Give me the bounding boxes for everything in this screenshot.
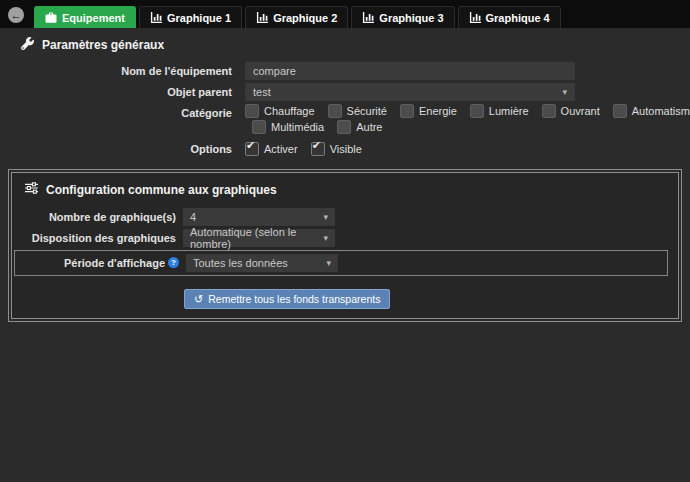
graph-layout-select[interactable]: Automatique (selon le nombre) ▾ (183, 229, 335, 247)
checkbox-icon: ✔ (252, 120, 266, 134)
options-label: Options (0, 140, 245, 158)
tabs: Equipement Graphique 1 Graphique 2 Graph… (34, 6, 561, 28)
sliders-icon (25, 182, 38, 197)
checkbox-label: Ouvrant (561, 105, 600, 117)
tab-label: Graphique 3 (379, 12, 443, 24)
category-checkbox-chauffage[interactable]: ✔ Chauffage (245, 104, 315, 118)
chevron-down-icon: ▾ (562, 88, 567, 97)
checkbox-icon: ✔ (470, 104, 484, 118)
category-checkbox-ouvrant[interactable]: ✔ Ouvrant (542, 104, 600, 118)
checkbox-icon: ✔ (311, 142, 325, 156)
options-checkboxes: ✔ Activer ✔ Visible (245, 142, 362, 156)
checkbox-label: Visible (330, 143, 362, 155)
tab-label: Graphique 2 (273, 12, 337, 24)
chart-icon (362, 12, 374, 23)
section-title-text: Paramètres généraux (42, 38, 164, 52)
arrow-left-icon: ← (11, 9, 22, 21)
row-graph-count: Nombre de graphique(s) 4 ▾ (12, 208, 678, 226)
category-checkbox-energie[interactable]: ✔ Energie (400, 104, 457, 118)
display-period-label: Période d'affichage? (15, 254, 186, 272)
checkbox-label: Sécurité (347, 105, 387, 117)
category-line-1: ✔ Chauffage ✔ Sécurité ✔ Energie ✔ Lumiè… (245, 104, 690, 118)
chart-icon (469, 12, 481, 23)
wrench-icon (21, 37, 34, 53)
tab-graphique-3[interactable]: Graphique 3 (351, 6, 454, 28)
graph-count-label: Nombre de graphique(s) (12, 208, 183, 226)
app-window: ← Equipement Graphique 1 Graphique 2 (0, 0, 690, 482)
help-icon[interactable]: ? (168, 257, 179, 268)
chart-icon (256, 12, 268, 23)
row-options: Options ✔ Activer ✔ Visible (0, 140, 690, 158)
general-section-title: Paramètres généraux (21, 37, 690, 53)
category-checkbox-automatisme[interactable]: ✔ Automatisme (613, 104, 690, 118)
tab-graphique-1[interactable]: Graphique 1 (139, 6, 242, 28)
chart-icon (150, 12, 162, 23)
display-period-row: Période d'affichage? Toutes les données … (14, 250, 668, 276)
tab-graphique-2[interactable]: Graphique 2 (245, 6, 348, 28)
section-title-text: Configuration commune aux graphiques (46, 183, 277, 197)
chevron-down-icon: ▾ (323, 213, 328, 222)
checkbox-label: Automatisme (632, 105, 690, 117)
category-label: Catégorie (0, 104, 245, 122)
tab-label: Equipement (62, 12, 125, 24)
category-checkbox-lumiere[interactable]: ✔ Lumière (470, 104, 529, 118)
category-checkboxes: ✔ Chauffage ✔ Sécurité ✔ Energie ✔ Lumiè… (245, 104, 690, 134)
back-button[interactable]: ← (8, 7, 24, 23)
row-parent-object: Objet parent test ▾ (0, 83, 690, 101)
checkbox-label: Lumière (489, 105, 529, 117)
checkbox-label: Energie (419, 105, 457, 117)
tab-label: Graphique 1 (167, 12, 231, 24)
checkbox-label: Multimédia (271, 121, 324, 133)
parent-object-label: Objet parent (0, 83, 245, 101)
checkbox-label: Activer (264, 143, 298, 155)
checkbox-icon: ✔ (245, 104, 259, 118)
parent-object-select[interactable]: test ▾ (245, 83, 575, 101)
checkbox-icon: ✔ (337, 120, 351, 134)
checkbox-icon: ✔ (245, 142, 259, 156)
tab-graphique-4[interactable]: Graphique 4 (458, 6, 561, 28)
row-display-period: Période d'affichage? Toutes les données … (15, 254, 667, 272)
option-checkbox-visible[interactable]: ✔ Visible (311, 142, 362, 156)
tab-label: Graphique 4 (486, 12, 550, 24)
equipment-name-label: Nom de l'équipement (0, 62, 245, 80)
category-line-2: ✔ Multimédia ✔ Autre (252, 120, 690, 134)
tab-bar: ← Equipement Graphique 1 Graphique 2 (0, 0, 690, 28)
checkbox-label: Chauffage (264, 105, 315, 117)
button-row: ↺ Remettre tous les fonds transparents (184, 289, 678, 309)
checkbox-label: Autre (356, 121, 382, 133)
row-category: Catégorie ✔ Chauffage ✔ Sécurité ✔ Energ… (0, 104, 690, 134)
category-checkbox-securite[interactable]: ✔ Sécurité (328, 104, 387, 118)
checkbox-icon: ✔ (328, 104, 342, 118)
graph-count-select[interactable]: 4 ▾ (183, 208, 335, 226)
checkbox-icon: ✔ (542, 104, 556, 118)
config-box-inner: Configuration commune aux graphiques Nom… (11, 172, 679, 319)
checkbox-icon: ✔ (613, 104, 627, 118)
category-checkbox-multimedia[interactable]: ✔ Multimédia (252, 120, 324, 134)
reset-backgrounds-button-label: Remettre tous les fonds transparents (208, 293, 380, 305)
selected-value: Toutes les données (193, 257, 288, 269)
reset-backgrounds-button[interactable]: ↺ Remettre tous les fonds transparents (184, 289, 390, 309)
selected-value: 4 (190, 211, 196, 223)
selected-value: test (253, 86, 271, 98)
config-box: Configuration commune aux graphiques Nom… (8, 169, 682, 322)
display-period-select[interactable]: Toutes les données ▾ (186, 254, 338, 272)
display-period-label-text: Période d'affichage (64, 257, 165, 269)
graph-layout-label: Disposition des graphiques (12, 229, 183, 247)
tab-equipement[interactable]: Equipement (34, 6, 136, 28)
toolbox-icon (45, 12, 57, 23)
option-checkbox-activer[interactable]: ✔ Activer (245, 142, 298, 156)
equipment-name-input[interactable] (245, 62, 575, 80)
chevron-down-icon: ▾ (323, 234, 328, 243)
undo-icon: ↺ (194, 294, 203, 305)
selected-value: Automatique (selon le nombre) (190, 226, 323, 250)
row-graph-layout: Disposition des graphiques Automatique (… (12, 229, 678, 247)
checkbox-icon: ✔ (400, 104, 414, 118)
config-section-title: Configuration commune aux graphiques (25, 182, 678, 197)
category-checkbox-autre[interactable]: ✔ Autre (337, 120, 382, 134)
row-equipment-name: Nom de l'équipement (0, 62, 690, 80)
chevron-down-icon: ▾ (326, 259, 331, 268)
